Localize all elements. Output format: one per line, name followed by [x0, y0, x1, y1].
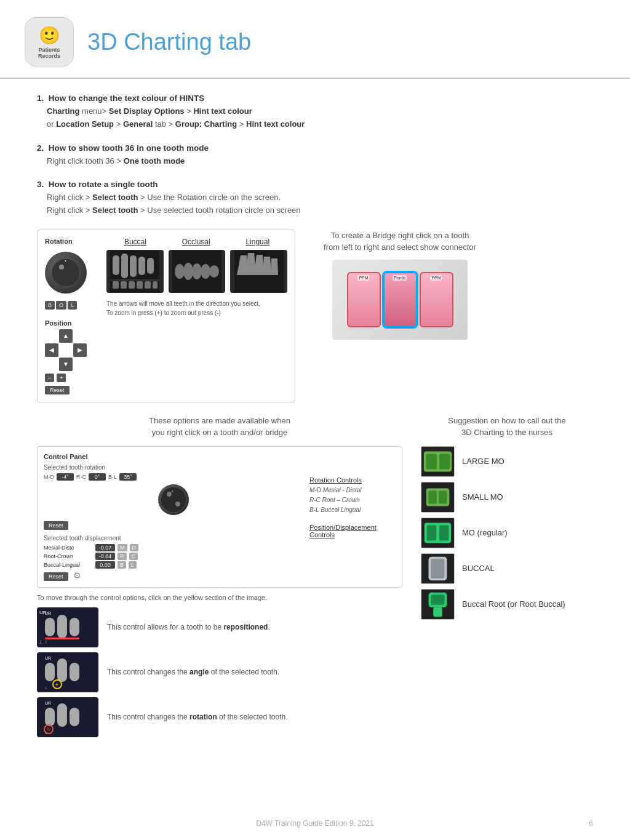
bridge-tooth-1: PPM [347, 272, 381, 327]
cp-rc-line-3: B-L Buccal Lingual [309, 505, 396, 515]
view-label-occlusal[interactable]: Occlusal [182, 238, 210, 246]
nurses-line-1: Suggestion on how to call out the [448, 416, 566, 425]
nurse-img-large-mo [421, 446, 455, 477]
svg-rect-34 [57, 658, 67, 682]
pos-btn-left[interactable]: ◀ [45, 343, 58, 357]
icon-label-bot: Records [38, 53, 60, 59]
cp-rc-line-1: M-D Mesial - Distal [309, 486, 396, 495]
cp-rc-val: 0° [89, 473, 106, 481]
cp-reset-btn[interactable]: Reset [44, 521, 68, 530]
bridge-label-3: PPM [430, 275, 442, 281]
control-img-3[interactable]: ↻ UR 1 [37, 697, 98, 737]
svg-rect-65 [431, 595, 444, 605]
control-row-1: UR 1 UR 1 [37, 607, 402, 647]
zoom-minus-btn[interactable]: – [45, 374, 54, 382]
cp-rotation-subtitle: Selected tooth rotation [44, 464, 303, 471]
nurses-items: LARGE MO SMALL MO [421, 446, 593, 620]
svg-rect-35 [70, 663, 79, 681]
reset-button[interactable]: Reset [45, 386, 70, 394]
cp-reset-btn-2[interactable]: Reset [44, 572, 68, 581]
cp-position-controls-title: Position/Displacement Controls [309, 524, 396, 538]
cp-settings-icon[interactable]: ⚙ [73, 570, 81, 580]
tooth-img-occlusal[interactable] [169, 250, 226, 293]
bridge-tooth-2: Pontic [383, 272, 417, 327]
svg-text:+: + [55, 682, 58, 687]
control-desc-2: This control changes the angle of the se… [107, 666, 279, 678]
bridge-label-2: Pontic [393, 275, 407, 281]
svg-rect-11 [129, 281, 135, 289]
tooth-views: Buccal Occlusal Lingual [106, 238, 287, 394]
section-2: 2. How to show tooth 36 in one tooth mod… [37, 143, 593, 168]
cp-disp-m-btn[interactable]: M [118, 544, 127, 551]
svg-rect-33 [45, 663, 55, 681]
svg-rect-50 [426, 454, 437, 469]
pos-btn-up[interactable]: ▲ [59, 329, 73, 343]
svg-rect-6 [138, 257, 145, 275]
ur-label-1: UR [39, 610, 47, 615]
control-img-2[interactable]: + UR 1 [37, 652, 98, 692]
rotation-btn-O[interactable]: O [56, 301, 66, 310]
zoom-plus-btn[interactable]: + [57, 374, 66, 382]
pos-btn-down[interactable]: ▼ [59, 358, 73, 371]
svg-text:UR: UR [45, 656, 51, 660]
bridge-teeth: PPM Pontic PPM [342, 267, 458, 332]
page-title: 3D Charting tab [87, 29, 251, 55]
tooth-images [106, 250, 287, 293]
svg-point-18 [192, 263, 202, 279]
cp-rc-line-2: R-C Root – Crown [309, 495, 396, 505]
control-img-1[interactable]: UR 1 UR 1 [37, 607, 98, 647]
svg-rect-10 [121, 281, 127, 289]
pos-empty-c [59, 343, 73, 357]
tooth-img-lingual[interactable] [230, 250, 287, 293]
cp-left: Selected tooth rotation M-D -4° R-C 0° B… [44, 464, 303, 581]
nurse-label-buccal-root: Buccal Root (or Root Buccal) [462, 599, 565, 609]
svg-text:↻: ↻ [47, 727, 51, 732]
svg-rect-54 [429, 490, 437, 503]
cp-bl-label: B-L [108, 474, 117, 480]
pos-empty-bl [45, 358, 58, 371]
section-2-title: 2. How to show tooth 36 in one tooth mod… [37, 143, 593, 153]
cp-disp-label-1: Mesial-Diste [44, 545, 93, 551]
svg-rect-29 [45, 638, 79, 639]
rotation-btn-B[interactable]: B [45, 301, 55, 310]
rotation-label: Rotation [45, 238, 100, 245]
control-panel-box: Control Panel Selected tooth rotation M-… [37, 446, 402, 588]
cp-rotation-circle[interactable] [158, 484, 189, 515]
svg-rect-3 [113, 255, 119, 275]
move-text: To move through the control options, cli… [37, 594, 402, 601]
cp-disp-r-btn[interactable]: R [118, 553, 127, 560]
svg-point-17 [183, 263, 193, 280]
rotation-circle[interactable] [45, 252, 87, 294]
cp-disp-label-3: Buccal-Lingual [44, 562, 93, 568]
nurse-label-buccal: BUCCAL [462, 564, 495, 573]
cp-disp-l-btn[interactable]: L [129, 561, 137, 569]
nurse-label-mo-regular: MO (regular) [462, 528, 508, 537]
svg-point-22 [161, 487, 186, 513]
cp-md-label: M-D [44, 474, 54, 480]
tooth-num-1: 1 [39, 639, 42, 645]
cp-disp-b-btn[interactable]: B [118, 561, 126, 569]
svg-point-0 [52, 258, 80, 287]
nurses-section: Suggestion on how to call out the 3D Cha… [421, 415, 593, 620]
svg-rect-28 [70, 618, 79, 636]
cp-displacement-subtitle: Selected tooth displacement [44, 535, 303, 542]
svg-rect-55 [439, 490, 447, 503]
cp-rotation-row: M-D -4° R-C 0° B-L 35° [44, 473, 303, 481]
tooth-img-buccal[interactable] [106, 250, 164, 293]
section-3-line-2: Right click > Select tooth > Use selecte… [47, 204, 593, 217]
svg-rect-12 [137, 281, 143, 289]
control-row-2: + UR 1 This control changes the angle of… [37, 652, 402, 692]
tooth-views-header: Buccal Occlusal Lingual [106, 238, 287, 246]
svg-text:UR: UR [45, 701, 51, 705]
rotation-btn-L[interactable]: L [68, 301, 77, 310]
pos-btn-right[interactable]: ▶ [73, 343, 87, 357]
nurse-item-buccal-root: Buccal Root (or Root Buccal) [421, 589, 593, 620]
middle-area: These options are made available whenyou… [37, 415, 593, 737]
footer-text: D4W Training Guide Edition 9, 2021 [256, 819, 373, 828]
view-label-lingual[interactable]: Lingual [245, 238, 269, 246]
cp-disp-c-btn[interactable]: C [129, 553, 138, 560]
cp-disp-d-btn[interactable]: D [130, 544, 139, 551]
svg-rect-51 [439, 454, 450, 469]
view-label-buccal[interactable]: Buccal [124, 238, 146, 246]
control-desc-3: This control changes the rotation of the… [107, 711, 288, 722]
